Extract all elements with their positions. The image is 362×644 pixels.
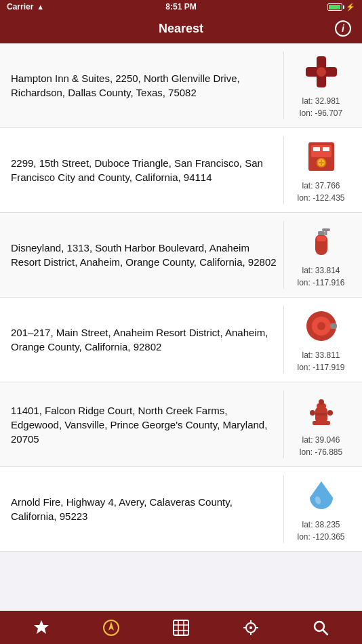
lon-label: lon: -76.885 — [300, 447, 342, 457]
list-item-right: lat: 32.981lon: -96.707 — [283, 52, 351, 119]
fire-cross-icon — [303, 54, 340, 90]
svg-point-36 — [249, 626, 252, 629]
svg-rect-10 — [322, 228, 330, 231]
list-item-right: lat: 39.046lon: -76.885 — [283, 390, 351, 458]
fire-hose-icon — [303, 308, 340, 344]
svg-point-23 — [310, 410, 315, 416]
list-item-right: lat: 37.766lon: -122.435 — [283, 136, 351, 204]
info-button[interactable]: i — [335, 20, 351, 37]
nav-title: Nearest — [159, 22, 203, 36]
status-bar-time: 8:51 PM — [165, 2, 196, 12]
list-item-address: Arnold Fire, Highway 4, Avery, Calaveras… — [11, 495, 283, 523]
svg-point-17 — [317, 322, 325, 330]
list-item-right: lat: 33.811lon: -117.919 — [283, 306, 351, 374]
tab-search[interactable] — [304, 611, 337, 644]
svg-marker-27 — [34, 620, 49, 634]
tab-bar — [0, 611, 362, 644]
svg-marker-29 — [108, 622, 114, 630]
lat-label: lat: 32.981 — [302, 96, 340, 106]
svg-point-2 — [317, 67, 326, 77]
list-item[interactable]: 2299, 15th Street, Duboce Triangle, San … — [0, 128, 362, 213]
wifi-icon: ▲ — [37, 3, 44, 11]
lon-label: lon: -96.707 — [300, 108, 342, 118]
svg-point-22 — [319, 399, 324, 405]
nav-bar: Nearest i — [0, 14, 362, 43]
crosshair-icon — [242, 619, 260, 637]
list-item-coords: lat: 38.235lon: -120.365 — [297, 519, 344, 543]
svg-line-42 — [323, 630, 327, 635]
list-item-coords: lat: 33.814lon: -117.916 — [297, 264, 344, 289]
lightning-icon: ⚡ — [346, 3, 355, 12]
tab-location[interactable] — [235, 611, 267, 644]
lat-label: lat: 38.235 — [302, 520, 340, 529]
lat-label: lat: 33.814 — [302, 266, 340, 275]
star-icon — [33, 619, 50, 637]
fire-extinguisher-icon — [303, 223, 340, 260]
search-icon — [312, 619, 329, 637]
list-item-icon — [301, 390, 342, 431]
svg-rect-6 — [323, 147, 329, 151]
list-item-icon — [301, 52, 342, 92]
list-item-right: lat: 38.235lon: -120.365 — [283, 475, 351, 543]
lon-label: lon: -117.916 — [297, 278, 344, 287]
status-bar: Carrier ▲ 8:51 PM ⚡ — [0, 0, 362, 14]
list-item-icon — [301, 475, 342, 516]
lat-label: lat: 39.046 — [302, 435, 340, 445]
carrier-label: Carrier — [7, 2, 33, 12]
svg-rect-14 — [318, 231, 325, 235]
list-item-icon — [301, 306, 342, 346]
list-item-coords: lat: 37.766lon: -122.435 — [297, 180, 344, 204]
fire-hydrant-icon — [303, 393, 340, 429]
lon-label: lon: -122.435 — [297, 193, 344, 203]
lon-label: lon: -117.919 — [297, 363, 344, 372]
svg-rect-25 — [315, 413, 327, 416]
battery-icon — [327, 3, 342, 11]
list-item-address: 11401, Falcon Ridge Court, North Creek F… — [11, 403, 283, 446]
svg-rect-13 — [317, 236, 326, 241]
svg-rect-30 — [174, 620, 188, 635]
navigate-icon — [102, 619, 120, 637]
battery-fill — [329, 5, 340, 9]
tab-favorites[interactable] — [25, 611, 58, 644]
list-item[interactable]: 11401, Falcon Ridge Court, North Creek F… — [0, 382, 362, 467]
lon-label: lon: -120.365 — [297, 532, 344, 542]
svg-point-24 — [327, 410, 333, 416]
list-item[interactable]: Hampton Inn & Suites, 2250, North Glenvi… — [0, 43, 362, 128]
list-item-address: Hampton Inn & Suites, 2250, North Glenvi… — [11, 71, 283, 100]
list-item[interactable]: Disneyland, 1313, South Harbor Boulevard… — [0, 213, 362, 298]
list-item-icon — [301, 221, 342, 262]
svg-rect-18 — [330, 323, 337, 329]
list-item-address: 201–217, Main Street, Anaheim Resort Dis… — [11, 325, 283, 354]
tab-navigate[interactable] — [95, 611, 127, 644]
list-item[interactable]: Arnold Fire, Highway 4, Avery, Calaveras… — [0, 467, 362, 552]
lat-label: lat: 33.811 — [302, 350, 340, 360]
fire-alarm-icon — [303, 138, 340, 175]
list-item-address: 2299, 15th Street, Duboce Triangle, San … — [11, 156, 283, 184]
list-item[interactable]: 201–217, Main Street, Anaheim Resort Dis… — [0, 298, 362, 382]
status-bar-left: Carrier ▲ — [7, 2, 44, 12]
list-item-coords: lat: 39.046lon: -76.885 — [300, 434, 342, 458]
list-item-coords: lat: 33.811lon: -117.919 — [297, 349, 344, 374]
info-icon: i — [342, 23, 344, 34]
list-item-right: lat: 33.814lon: -117.916 — [283, 221, 351, 289]
list-item-coords: lat: 32.981lon: -96.707 — [300, 95, 342, 119]
water-drop-icon — [303, 477, 340, 514]
list-item-icon — [301, 136, 342, 177]
map-icon — [172, 619, 190, 637]
lat-label: lat: 37.766 — [302, 181, 340, 190]
list-item-address: Disneyland, 1313, South Harbor Boulevard… — [11, 241, 283, 269]
svg-rect-5 — [313, 147, 320, 151]
tab-map[interactable] — [165, 611, 197, 644]
status-bar-right: ⚡ — [327, 3, 355, 12]
nearest-list: Hampton Inn & Suites, 2250, North Glenvi… — [0, 43, 362, 611]
